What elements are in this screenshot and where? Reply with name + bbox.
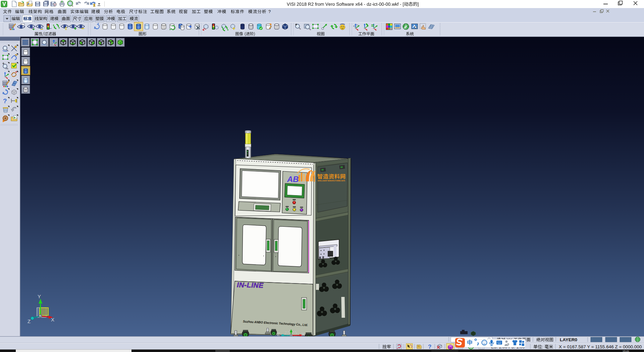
svg-text:7: 7 bbox=[507, 343, 509, 346]
svg-text:Z: Z bbox=[277, 332, 280, 337]
svg-text:Y: Y bbox=[38, 294, 41, 299]
svg-text:X: X bbox=[302, 332, 305, 337]
svg-text:?: ? bbox=[428, 344, 431, 350]
svg-text:?: ? bbox=[268, 9, 271, 14]
svg-text:X: X bbox=[51, 317, 54, 322]
svg-text:?: ? bbox=[3, 97, 7, 104]
svg-text:INTELLIGENT MANUFACTURING DATA: INTELLIGENT MANUFACTURING DATA bbox=[318, 180, 345, 182]
svg-text:AB: AB bbox=[287, 175, 299, 184]
svg-text:LAYER0: LAYER0 bbox=[560, 337, 577, 342]
svg-text:X = 0167.587 Y = 1155.646 Z =: X = 0167.587 Y = 1155.646 Z = 0000.000 bbox=[559, 344, 642, 349]
svg-text:15:41: 15:41 bbox=[623, 350, 630, 352]
svg-text:IN-LINE: IN-LINE bbox=[237, 281, 264, 289]
svg-text:Z: Z bbox=[28, 318, 31, 324]
